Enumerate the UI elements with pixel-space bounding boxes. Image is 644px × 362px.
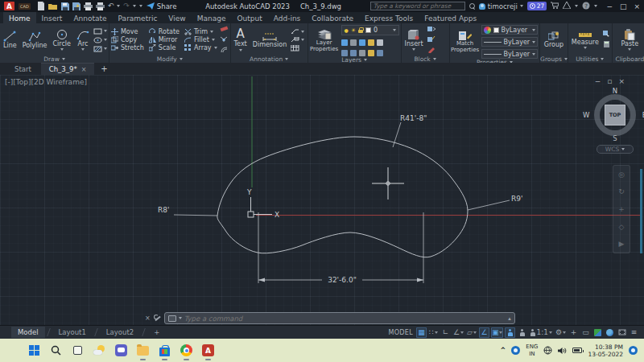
undo-dropdown-caret[interactable] (117, 5, 120, 7)
block-attributes-icon[interactable] (427, 47, 436, 55)
lineweight-dropdown[interactable]: ByLayer (481, 37, 539, 47)
hardware-acceleration-button[interactable] (605, 327, 615, 338)
measure-button[interactable]: Measure (570, 31, 601, 49)
panel-label-groups[interactable]: Groups (540, 55, 568, 63)
text-button[interactable]: A Text (233, 28, 249, 51)
battery-icon[interactable] (572, 348, 582, 353)
copy-button[interactable]: Copy (111, 36, 144, 43)
qat-customize-caret[interactable] (139, 5, 142, 7)
rotate-button[interactable]: Rotate (149, 28, 180, 35)
network-icon[interactable] (543, 346, 552, 355)
open-file-icon[interactable] (48, 2, 58, 10)
layer-tool-icon[interactable] (341, 50, 348, 56)
autodesk-apps-icon[interactable] (563, 2, 571, 10)
arc-button[interactable]: Arc (75, 29, 91, 51)
share-button[interactable]: Share (147, 2, 177, 10)
save-icon[interactable] (61, 2, 69, 10)
mleader-button[interactable] (291, 37, 304, 43)
teams-chat-button[interactable] (114, 343, 128, 357)
microsoft-store-button[interactable] (158, 343, 171, 357)
layer-tool-icon[interactable] (341, 39, 348, 46)
circle-button[interactable]: Circle (52, 29, 72, 51)
circle-caret[interactable] (60, 48, 64, 51)
clean-screen-button[interactable] (617, 327, 627, 338)
object-color-dropdown[interactable]: ByLayer (481, 25, 539, 35)
apps-caret[interactable] (575, 5, 578, 7)
layer-dropdown[interactable]: ● ☀ 0 (341, 25, 399, 35)
tray-app-icon[interactable] (511, 346, 520, 355)
tab-view[interactable]: View (163, 12, 191, 23)
match-properties-button[interactable]: Match Properties (452, 31, 479, 53)
app-store-icon[interactable] (551, 2, 559, 10)
polar-tracking-toggle[interactable]: ∠ (452, 327, 464, 338)
customization-plus-button[interactable]: + (568, 327, 579, 338)
stretch-button[interactable]: Stretch (111, 44, 144, 51)
close-button[interactable]: × (634, 2, 640, 10)
table-button[interactable] (291, 45, 304, 51)
offset-icon[interactable] (220, 47, 229, 55)
ortho-toggle[interactable]: ∟ (440, 327, 451, 338)
viewcube-north[interactable]: N (590, 87, 640, 95)
file-tab-start[interactable]: Start (6, 64, 39, 75)
panel-label-draw[interactable]: Draw (0, 55, 109, 63)
help-icon[interactable]: ? (582, 2, 590, 11)
drawing-area[interactable]: Y X 32'-6.0" R41'-8" R9' R8' [-][To (0, 75, 644, 325)
layer-properties-button[interactable]: Layer Properties (310, 29, 339, 52)
new-file-icon[interactable] (37, 2, 45, 10)
tab-insert[interactable]: Insert (36, 12, 68, 23)
vp-close-icon[interactable]: × (618, 77, 625, 85)
command-close-icon[interactable]: × (145, 315, 151, 322)
isometric-drafting-toggle[interactable]: ▱ (466, 327, 477, 338)
vp-minimize-icon[interactable]: − (595, 77, 601, 85)
viewport-controls-label[interactable]: [-][Top][2D Wireframe] (5, 78, 87, 86)
nav-wheel-icon[interactable]: ◎ (618, 171, 625, 179)
start-button[interactable] (27, 343, 41, 357)
layout-tab-model[interactable]: Model (11, 327, 45, 338)
navigation-bar[interactable]: ◎ ↻ + ◇ ▶ (613, 165, 630, 253)
nav-orbit-icon[interactable]: ↻ (618, 187, 625, 195)
erase-icon[interactable] (220, 26, 229, 34)
layer-tool-icon[interactable] (368, 50, 374, 56)
layer-tool-icon[interactable] (350, 50, 357, 56)
annotation-visibility-toggle[interactable] (505, 327, 515, 338)
vp-restore-icon[interactable]: ▫ (607, 77, 612, 85)
snap-toggle[interactable]: ∷ (428, 327, 439, 338)
hatch-button[interactable] (93, 46, 107, 52)
paste-button[interactable]: Paste (620, 29, 641, 51)
minimize-button[interactable]: − (606, 2, 613, 10)
command-history-icon[interactable]: ▴ (508, 315, 511, 322)
notification-center-badge[interactable] (629, 346, 638, 355)
command-recent-caret[interactable] (179, 317, 182, 319)
nav-motion-icon[interactable]: ▶ (619, 240, 625, 248)
graphics-performance-button[interactable] (592, 327, 603, 338)
panel-label-utilities[interactable]: Utilities (568, 55, 612, 63)
object-snap-tracking-toggle[interactable]: ∠ (479, 327, 489, 338)
array-button[interactable]: Array (184, 44, 217, 51)
autocad-logo[interactable]: A (4, 2, 14, 10)
account-menu[interactable]: timocreji (479, 2, 523, 10)
tab-parametric[interactable]: Parametric (113, 12, 163, 23)
maximize-button[interactable]: □ (620, 2, 627, 10)
layer-tool-icon[interactable] (377, 50, 383, 56)
panel-label-annotation[interactable]: Annotation (231, 55, 308, 63)
tab-output[interactable]: Output (231, 12, 267, 23)
save-as-icon[interactable] (72, 2, 80, 10)
viewcube[interactable]: N S W E TOP (590, 90, 640, 140)
edit-block-icon[interactable] (427, 36, 436, 44)
help-search-input[interactable] (374, 2, 462, 10)
object-snap-toggle[interactable]: ▣ (491, 327, 504, 338)
help-caret[interactable] (594, 5, 597, 7)
viewcube-top-face[interactable]: TOP (605, 105, 625, 125)
tray-overflow-chevron[interactable]: ^ (501, 347, 506, 354)
panel-label-modify[interactable]: Modify (109, 55, 230, 63)
trim-button[interactable]: Trim (184, 28, 217, 35)
redo-icon[interactable]: ↷ (123, 2, 130, 10)
search-icon[interactable] (469, 3, 475, 9)
tab-express-tools[interactable]: Express Tools (359, 12, 419, 23)
mirror-button[interactable]: Mirror (149, 36, 180, 43)
command-input[interactable] (184, 315, 506, 323)
chrome-button[interactable] (180, 343, 193, 357)
tab-home[interactable]: Home (3, 12, 36, 23)
tab-addins[interactable]: Add-ins (268, 12, 307, 23)
tab-featured-apps[interactable]: Featured Apps (419, 12, 482, 23)
